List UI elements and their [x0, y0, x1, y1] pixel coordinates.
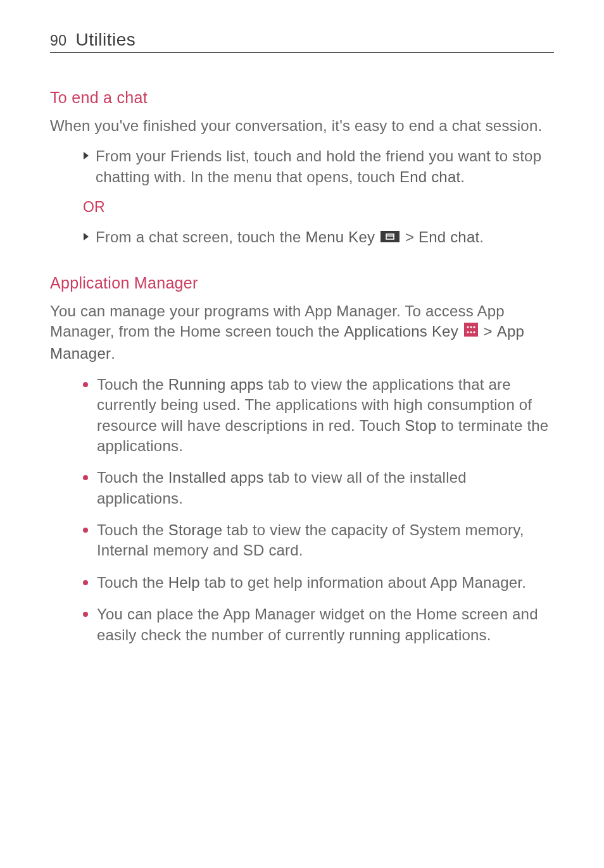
svg-point-4 [467, 326, 469, 328]
text: . [460, 168, 465, 185]
page-header: 90 Utilities [50, 30, 554, 53]
text: Touch the [97, 521, 168, 538]
text: Touch the [97, 376, 168, 393]
label-running-apps: Running apps [168, 376, 264, 393]
step-item: From a chat screen, touch the Menu Key >… [50, 227, 554, 249]
intro-app-manager: You can manage your programs with App Ma… [50, 301, 554, 364]
bullet-item: Touch the Running apps tab to view the a… [50, 375, 554, 457]
svg-rect-0 [381, 231, 400, 242]
label-installed-apps: Installed apps [168, 469, 264, 486]
label-end-chat: End chat [400, 168, 460, 185]
bullet-item: Touch the Help tab to get help informati… [50, 573, 554, 593]
text: > [479, 323, 497, 340]
menu-key-icon [381, 227, 400, 247]
text: From a chat screen, touch the [96, 228, 306, 245]
text: . [479, 228, 484, 245]
svg-point-5 [470, 326, 472, 328]
bullet-text: Touch the Running apps tab to view the a… [97, 375, 554, 457]
bullet-item: Touch the Storage tab to view the capaci… [50, 520, 554, 561]
bullet-icon [83, 580, 88, 585]
step-text: From a chat screen, touch the Menu Key >… [96, 227, 484, 249]
applications-key-icon [464, 321, 478, 342]
page-number: 90 [50, 32, 67, 49]
triangle-right-icon [83, 151, 89, 187]
triangle-right-icon [83, 232, 89, 249]
svg-rect-3 [464, 323, 478, 337]
section-title: Utilities [76, 30, 136, 50]
bullet-icon [83, 475, 88, 480]
or-separator: OR [83, 199, 554, 216]
bullet-text: Touch the Installed apps tab to view all… [97, 468, 554, 509]
step-text: From your Friends list, touch and hold t… [96, 146, 554, 187]
text: From your Friends list, touch and hold t… [96, 147, 541, 185]
bullet-text: Touch the Storage tab to view the capaci… [97, 520, 554, 561]
bullet-text: You can place the App Manager widget on … [97, 604, 554, 645]
heading-end-chat: To end a chat [50, 89, 554, 107]
svg-point-7 [467, 331, 469, 333]
label-storage: Storage [168, 521, 222, 538]
bullet-icon [83, 612, 88, 617]
bullet-item: Touch the Installed apps tab to view all… [50, 468, 554, 509]
bullet-item: You can place the App Manager widget on … [50, 604, 554, 645]
bullet-icon [83, 382, 88, 387]
step-item: From your Friends list, touch and hold t… [50, 146, 554, 187]
bullet-icon [83, 528, 88, 533]
bullet-text: Touch the Help tab to get help informati… [97, 573, 526, 593]
heading-app-manager: Application Manager [50, 274, 554, 292]
text: tab to get help information about App Ma… [200, 574, 526, 591]
svg-point-9 [473, 331, 475, 333]
svg-point-8 [470, 331, 472, 333]
intro-end-chat: When you've finished your conversation, … [50, 116, 554, 136]
label-menu-key: Menu Key [306, 228, 375, 245]
text: Touch the [97, 574, 168, 591]
label-stop: Stop [405, 417, 436, 434]
label-end-chat: End chat [418, 228, 479, 245]
label-applications-key: Applications Key [344, 323, 458, 340]
label-help: Help [168, 574, 200, 591]
text: . [111, 345, 115, 362]
text: > [401, 228, 418, 245]
text: Touch the [97, 469, 168, 486]
svg-point-6 [473, 326, 475, 328]
